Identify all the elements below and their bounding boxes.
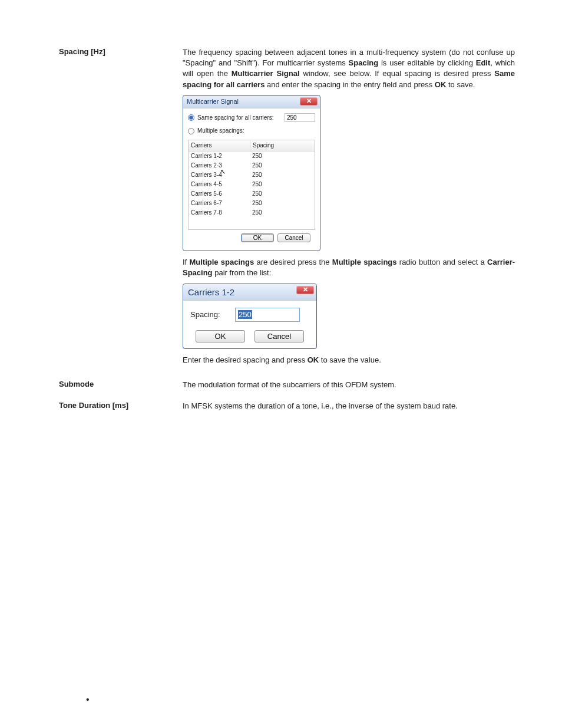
radio-multiple-label: Multiple spacings: — [197, 127, 315, 135]
spacing-paragraph-1: The frequency spacing between adjacent t… — [183, 47, 515, 90]
list-row[interactable]: Carriers 7-8 250 — [189, 208, 315, 218]
carriers-list: Carriers Spacing Carriers 1-2 250 Carrie… — [188, 140, 315, 230]
spacing-input[interactable]: 250 — [235, 308, 300, 322]
list-header-spacing: Spacing — [250, 140, 315, 151]
list-row[interactable]: Carriers 2-3 250 ↖ — [189, 161, 315, 170]
dialog2-title: Carriers 1-2 — [188, 287, 234, 297]
radio-same-label: Same spacing for all carriers: — [197, 114, 280, 122]
submode-text: The modulation format of the subcarriers… — [183, 380, 515, 390]
list-cell-carriers: Carriers 5-6 — [189, 189, 250, 199]
list-cell-carriers: Carriers 4-5 — [189, 180, 250, 189]
list-cell-spacing: 250 — [250, 208, 315, 218]
list-cell-carriers: Carriers 6-7 — [189, 199, 250, 208]
spacing-input-label: Spacing: — [190, 309, 235, 320]
carrier-spacing-dialog: Carriers 1-2 ✕ Spacing: 250 OK Cancel — [183, 284, 317, 349]
bullet-icon: • — [86, 694, 515, 705]
tone-duration-section: Tone Duration [ms] In MFSK systems the d… — [59, 401, 515, 411]
list-row[interactable]: Carriers 3-4 250 — [189, 170, 315, 180]
list-cell-spacing: 250 — [250, 189, 315, 199]
list-body[interactable]: Carriers 1-2 250 Carriers 2-3 250 ↖ Carr… — [189, 151, 315, 229]
list-cell-carriers: Carriers 1-2 — [189, 151, 250, 161]
same-spacing-value[interactable] — [285, 113, 315, 122]
list-header-carriers: Carriers — [189, 140, 250, 151]
list-row[interactable]: Carriers 6-7 250 — [189, 199, 315, 208]
tone-duration-text: In MFSK systems the duration of a tone, … — [183, 401, 515, 411]
list-cell-spacing: 250 — [250, 180, 315, 189]
ok-button[interactable]: OK — [241, 233, 274, 242]
dialog1-titlebar[interactable]: Multicarrier Signal ✕ — [183, 95, 320, 108]
list-cell-carriers: Carriers 7-8 — [189, 208, 250, 218]
spacing-section: Spacing [Hz] The frequency spacing betwe… — [59, 47, 515, 369]
radio-same-spacing[interactable]: Same spacing for all carriers: — [188, 113, 315, 122]
radio-same-input[interactable] — [188, 114, 194, 121]
list-cell-carriers: Carriers 3-4 — [189, 170, 250, 180]
list-cell-spacing: 250 — [250, 170, 315, 180]
spacing-paragraph-2: If Multiple spacings are desired press t… — [183, 257, 515, 278]
spacing-label: Spacing [Hz] — [59, 47, 183, 56]
dialog2-body: Spacing: 250 OK Cancel — [183, 301, 316, 348]
list-cell-spacing: 250 — [250, 199, 315, 208]
document-page: Spacing [Hz] The frequency spacing betwe… — [0, 0, 562, 728]
cancel-button[interactable]: Cancel — [277, 233, 310, 242]
spacing-input-row: Spacing: 250 — [190, 308, 309, 322]
list-header: Carriers Spacing — [189, 140, 315, 151]
list-cell-carriers: Carriers 2-3 — [189, 161, 250, 170]
spacing-paragraph-3: Enter the desired spacing and press OK t… — [183, 355, 515, 365]
dialog2-button-row: OK Cancel — [190, 330, 309, 342]
close-icon[interactable]: ✕ — [300, 97, 318, 106]
list-cell-spacing: 250 — [250, 161, 315, 170]
list-row[interactable]: Carriers 1-2 250 — [189, 151, 315, 161]
list-row[interactable]: Carriers 4-5 250 — [189, 180, 315, 189]
radio-multiple-input[interactable] — [188, 128, 194, 134]
dialog1-body: Same spacing for all carriers: Multiple … — [183, 108, 320, 251]
submode-label: Submode — [59, 380, 183, 388]
cancel-button[interactable]: Cancel — [254, 330, 304, 342]
radio-multiple-spacings[interactable]: Multiple spacings: — [188, 127, 315, 135]
list-row[interactable]: Carriers 5-6 250 — [189, 189, 315, 199]
dialog1-button-row: OK Cancel — [188, 230, 315, 247]
close-icon[interactable]: ✕ — [296, 286, 314, 294]
dialog2-titlebar[interactable]: Carriers 1-2 ✕ — [183, 284, 316, 301]
spacing-content: The frequency spacing between adjacent t… — [183, 47, 515, 369]
submode-section: Submode The modulation format of the sub… — [59, 380, 515, 390]
ok-button[interactable]: OK — [196, 330, 245, 342]
list-cell-spacing: 250 — [250, 151, 315, 161]
dialog1-title: Multicarrier Signal — [187, 98, 239, 105]
multicarrier-dialog: Multicarrier Signal ✕ Same spacing for a… — [183, 95, 320, 251]
tone-duration-label: Tone Duration [ms] — [59, 401, 183, 410]
